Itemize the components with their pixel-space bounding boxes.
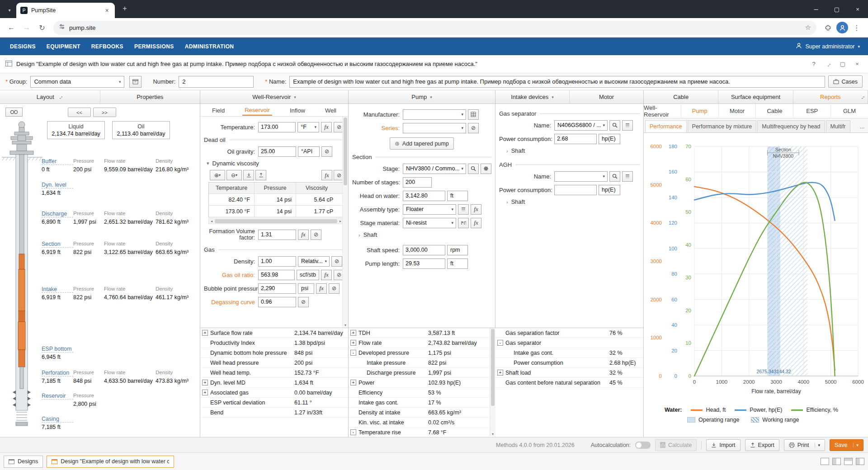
group-archive-icon[interactable] (129, 76, 142, 88)
scroll-left-icon[interactable]: ◂ (209, 219, 214, 224)
nav-item-permissions[interactable]: PERMISSIONS (129, 38, 179, 55)
collapse-icon[interactable]: - (497, 340, 503, 346)
grid-row[interactable]: + Associated gas 0.00 barrel/day (200, 388, 348, 398)
nav-item-designs[interactable]: DESIGNS (5, 38, 41, 55)
cases-button[interactable]: Cases (828, 75, 863, 88)
expand-icon[interactable]: + (202, 380, 208, 385)
series-select[interactable]: ▾ (403, 123, 466, 133)
grid-row[interactable]: - Gas separator (495, 338, 643, 348)
browser-tab[interactable]: P PumpSite × (16, 3, 115, 18)
unlink-icon[interactable]: ⊘ (311, 230, 321, 240)
forward-button[interactable]: → (20, 21, 33, 34)
unlink-icon[interactable]: ⊘ (298, 297, 309, 307)
expand-icon[interactable]: + (202, 330, 208, 336)
more-tabs-icon[interactable]: ... (858, 120, 867, 132)
fx-button[interactable]: fx (471, 218, 481, 228)
panel-tab-cable[interactable]: Cable (644, 90, 718, 103)
remove-row-button[interactable]: ⊖ ▾ (226, 170, 242, 180)
autocalculation-toggle[interactable] (635, 442, 651, 449)
search-icon[interactable] (609, 120, 620, 131)
fx-button[interactable]: fx (471, 204, 481, 215)
layout-point-name[interactable]: Section (42, 241, 73, 248)
save-button[interactable]: Save ▾ (830, 439, 863, 451)
oil-gravity-input[interactable] (258, 146, 296, 157)
catalog-layers-icon[interactable] (622, 120, 633, 131)
grid-row[interactable]: Gas separation factor 76 % (495, 328, 643, 338)
reload-button[interactable]: ↻ (35, 21, 49, 34)
panel-tab-layout[interactable]: Layout↔ (0, 90, 100, 103)
report-category-tab-esp[interactable]: ESP (793, 104, 831, 118)
collapse-icon[interactable]: - (350, 429, 356, 435)
group-select[interactable]: Common data▾ (30, 76, 124, 88)
grid-row[interactable]: Intake pressure 822 psi (349, 358, 495, 368)
fx-button[interactable]: fx (321, 122, 332, 132)
grid-row[interactable]: Dynamic bottom hole pressure 848 psi (200, 348, 348, 358)
grid-row[interactable]: Density at intake 663.65 kg/m³ (349, 408, 495, 418)
grid-row[interactable]: Productivity Index 1.38 bpd/psi (200, 338, 348, 348)
fx-button[interactable]: fx (321, 270, 332, 280)
layout-split-horizontal-icon[interactable] (844, 458, 853, 465)
head-on-water-input[interactable] (403, 191, 445, 201)
grid-row[interactable]: + Dyn. level MD 1,634 ft (200, 378, 348, 388)
grid-row[interactable]: + TDH 3,587.13 ft (349, 328, 495, 338)
unlink-icon[interactable]: ⊘ (321, 146, 332, 157)
tab-search-icon[interactable]: ▾ (4, 4, 15, 16)
add-row-button[interactable]: ⊕ ▾ (210, 170, 225, 180)
agh-name-select[interactable]: ▾ (554, 171, 608, 182)
search-icon[interactable] (609, 171, 620, 182)
bubble-point-input[interactable] (258, 283, 296, 294)
well-reservoir-tab-inflow[interactable]: Inflow (288, 105, 307, 115)
report-tab-multifr[interactable]: Multifr (826, 120, 850, 132)
layout-point-name[interactable]: Reservoir (42, 393, 73, 400)
report-category-tab-pump[interactable]: Pump (681, 104, 719, 118)
user-menu[interactable]: Super administrator ▾ (796, 42, 863, 50)
report-category-tab-glm[interactable]: GLM (831, 104, 868, 118)
fx-button[interactable]: fx (321, 170, 332, 180)
fvf-input[interactable] (258, 230, 296, 240)
grid-row[interactable]: Intake gas cont. 17 % (349, 398, 495, 408)
catalog-grid-icon[interactable] (468, 109, 479, 120)
import-button[interactable]: Import (706, 439, 740, 451)
schematic-view-icon[interactable] (5, 108, 23, 117)
expand-icon[interactable]: + (497, 370, 503, 376)
layout-single-icon[interactable] (821, 458, 829, 465)
window-close-button[interactable]: × (847, 0, 868, 18)
report-category-tab-cable[interactable]: Cable (756, 104, 793, 118)
grid-row[interactable]: ESP vertical deviation 61.11 ° (200, 398, 348, 408)
extensions-icon[interactable] (821, 21, 835, 34)
temperature-input[interactable] (258, 122, 296, 132)
panel-tab-properties[interactable]: Properties (100, 90, 200, 103)
grid-row[interactable]: - Developed pressure 1,175 psi (349, 348, 495, 358)
expand-diagonal-icon[interactable]: ↔ (56, 93, 65, 102)
site-info-icon[interactable] (59, 24, 65, 32)
grid-row[interactable]: - Temperature rise 7.68 °F (349, 428, 495, 437)
panel-tab-intake-devices[interactable]: Intake devices▾ (495, 90, 570, 103)
close-design-icon[interactable]: × (852, 59, 863, 70)
pump-grid-scrollbar[interactable]: ▾ (490, 328, 495, 437)
expand-icon[interactable]: + (350, 330, 356, 336)
unlink-icon[interactable]: ⊘ (331, 256, 342, 267)
well-reservoir-tab-field[interactable]: Field (210, 105, 227, 115)
grid-row[interactable]: Kin. visc. at intake 0.02 cm²/s (349, 418, 495, 428)
stage-material-select[interactable]: Ni-resist▾ (403, 218, 456, 228)
gas-oil-ratio-input[interactable] (258, 270, 295, 280)
gas-separator-shaft-collapser[interactable]: › Shaft (506, 147, 640, 154)
grid-row[interactable]: + Shaft load 32 % (495, 368, 643, 378)
panel-tab-reports[interactable]: Reports (793, 90, 868, 103)
report-category-tab-motor[interactable]: Motor (719, 104, 756, 118)
shaft-speed-input[interactable] (403, 245, 445, 255)
pump-shaft-collapser[interactable]: › Shaft (359, 231, 491, 238)
layout-point-name[interactable]: Perforation (42, 370, 73, 376)
nav-back-button[interactable]: << (68, 108, 91, 117)
fx-button[interactable]: fx (316, 283, 327, 294)
name-input[interactable] (289, 76, 825, 88)
grid-row[interactable]: Intake gas cont. 32 % (495, 348, 643, 358)
grid-row[interactable]: Efficiency 53 % (349, 388, 495, 398)
report-tab-multifrequency-by-head[interactable]: Multifrequency by head (757, 120, 825, 132)
catalog-layers-icon[interactable] (622, 171, 633, 182)
expand-icon[interactable]: + (350, 380, 356, 385)
expand-icon[interactable]: + (350, 340, 356, 346)
report-category-tab-well-reservoir[interactable]: Well-Reservoir (644, 104, 681, 118)
layout-point-name[interactable]: ESP bottom (42, 346, 73, 352)
panel-tab-motor[interactable]: Motor (570, 90, 643, 103)
